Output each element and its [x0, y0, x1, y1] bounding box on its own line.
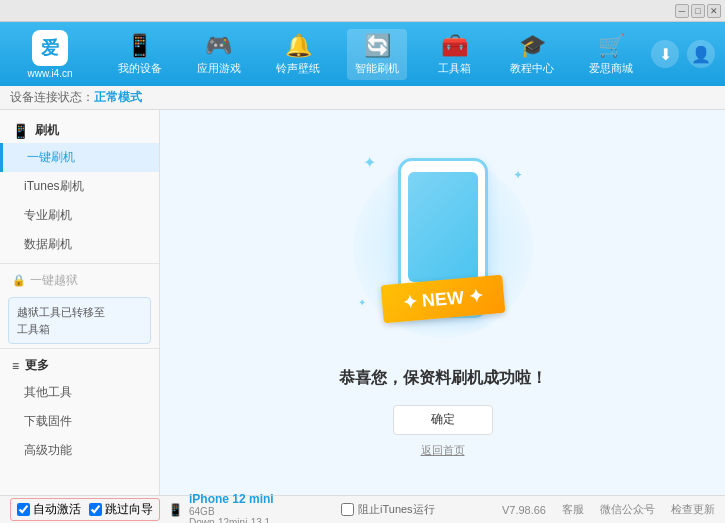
sparkle-2: ✦ [513, 168, 523, 182]
skip-wizard-label: 跳过向导 [105, 501, 153, 518]
header: 爱 www.i4.cn 📱 我的设备 🎮 应用游戏 🔔 铃声壁纸 🔄 智能刷机 … [0, 22, 725, 86]
wechat-link[interactable]: 微信公众号 [600, 502, 655, 517]
sidebar-item-advanced[interactable]: 高级功能 [0, 436, 159, 465]
nav-tutorial[interactable]: 🎓 教程中心 [502, 29, 562, 80]
status-bar: 设备连接状态： 正常模式 [0, 86, 725, 110]
pro-flash-label: 专业刷机 [24, 208, 72, 222]
mall-icon: 🛒 [598, 33, 625, 59]
header-right: ⬇ 👤 [651, 40, 715, 68]
sidebar-more-title-text: 更多 [25, 357, 49, 374]
sidebar-divider-2 [0, 348, 159, 349]
sidebar-flash-section[interactable]: 📱 刷机 [0, 118, 159, 143]
advanced-label: 高级功能 [24, 443, 72, 457]
sidebar-item-one-click-flash[interactable]: 一键刷机 [0, 143, 159, 172]
stop-itunes[interactable]: 阻止iTunes运行 [341, 502, 435, 517]
update-link[interactable]: 检查更新 [671, 502, 715, 517]
sidebar-item-download-firmware[interactable]: 下载固件 [0, 407, 159, 436]
version-text: V7.98.66 [502, 504, 546, 516]
nav-ringtone-label: 铃声壁纸 [276, 61, 320, 76]
footer-device: 📱 iPhone 12 mini 64GB Down-12mini-13.1 [168, 492, 274, 524]
sidebar-jailbreak-locked: 🔒 一键越狱 [0, 268, 159, 293]
stop-itunes-label: 阻止iTunes运行 [358, 502, 435, 517]
nav-ringtone[interactable]: 🔔 铃声壁纸 [268, 29, 328, 80]
footer-left: 自动激活 跳过向导 📱 iPhone 12 mini 64GB Down-12m… [10, 492, 274, 524]
title-bar: ─ □ ✕ [0, 0, 725, 22]
window-controls: ─ □ ✕ [675, 4, 721, 18]
auto-connect-input[interactable] [17, 503, 30, 516]
auto-connect-label: 自动激活 [33, 501, 81, 518]
skip-wizard-input[interactable] [89, 503, 102, 516]
nav-mall-label: 爱思商城 [589, 61, 633, 76]
sidebar-item-other-tools[interactable]: 其他工具 [0, 378, 159, 407]
nav-toolbox[interactable]: 🧰 工具箱 [427, 29, 483, 80]
lock-icon: 🔒 [12, 274, 26, 287]
sidebar-flash-title: 刷机 [35, 122, 59, 139]
phone-screen [408, 172, 478, 282]
smart-flash-icon: 🔄 [364, 33, 391, 59]
sidebar-item-itunes-flash[interactable]: iTunes刷机 [0, 172, 159, 201]
nav-smart-flash-label: 智能刷机 [355, 61, 399, 76]
tutorial-icon: 🎓 [519, 33, 546, 59]
close-button[interactable]: ✕ [707, 4, 721, 18]
logo[interactable]: 爱 www.i4.cn [10, 30, 90, 79]
user-button[interactable]: 👤 [687, 40, 715, 68]
device-icon: 📱 [168, 503, 183, 517]
content-area: ✦ ✦ ✦ NEW 恭喜您，保资料刷机成功啦！ 确定 返回首页 [160, 110, 725, 495]
nav-tutorial-label: 教程中心 [510, 61, 554, 76]
ringtone-icon: 🔔 [285, 33, 312, 59]
itunes-flash-label: iTunes刷机 [24, 179, 84, 193]
more-section-icon: ≡ [12, 359, 19, 373]
status-prefix: 设备连接状态： [10, 89, 94, 106]
apps-icon: 🎮 [205, 33, 232, 59]
footer-right: V7.98.66 客服 微信公众号 检查更新 [502, 502, 715, 517]
logo-url: www.i4.cn [27, 68, 72, 79]
status-value: 正常模式 [94, 89, 142, 106]
nav-my-device-label: 我的设备 [118, 61, 162, 76]
maximize-button[interactable]: □ [691, 4, 705, 18]
nav-my-device[interactable]: 📱 我的设备 [110, 29, 170, 80]
jailbreak-info-text: 越狱工具已转移至工具箱 [17, 306, 105, 335]
device-firmware: Down-12mini-13.1 [189, 517, 274, 524]
sparkle-1: ✦ [363, 153, 376, 172]
sidebar-divider-1 [0, 263, 159, 264]
data-flash-label: 数据刷机 [24, 237, 72, 251]
nav-toolbox-label: 工具箱 [438, 61, 471, 76]
minimize-button[interactable]: ─ [675, 4, 689, 18]
other-tools-label: 其他工具 [24, 385, 72, 399]
nav-apps-label: 应用游戏 [197, 61, 241, 76]
device-storage: 64GB [189, 506, 274, 517]
sidebar: 📱 刷机 一键刷机 iTunes刷机 专业刷机 数据刷机 🔒 一键越狱 越狱工具… [0, 110, 160, 495]
stop-itunes-checkbox[interactable] [341, 503, 354, 516]
nav-smart-flash[interactable]: 🔄 智能刷机 [347, 29, 407, 80]
main-layout: 📱 刷机 一键刷机 iTunes刷机 专业刷机 数据刷机 🔒 一键越狱 越狱工具… [0, 110, 725, 495]
sidebar-more-section[interactable]: ≡ 更多 [0, 353, 159, 378]
one-click-flash-label: 一键刷机 [27, 150, 75, 164]
footer: 自动激活 跳过向导 📱 iPhone 12 mini 64GB Down-12m… [0, 495, 725, 523]
download-firmware-label: 下载固件 [24, 414, 72, 428]
logo-icon: 爱 [32, 30, 68, 66]
download-button[interactable]: ⬇ [651, 40, 679, 68]
confirm-button[interactable]: 确定 [393, 405, 493, 435]
support-link[interactable]: 客服 [562, 502, 584, 517]
success-text: 恭喜您，保资料刷机成功啦！ [339, 368, 547, 389]
back-link[interactable]: 返回首页 [421, 443, 465, 458]
nav-bar: 📱 我的设备 🎮 应用游戏 🔔 铃声壁纸 🔄 智能刷机 🧰 工具箱 🎓 教程中心… [100, 29, 651, 80]
skip-wizard-checkbox[interactable]: 跳过向导 [89, 501, 153, 518]
sidebar-item-pro-flash[interactable]: 专业刷机 [0, 201, 159, 230]
auto-connect-checkbox[interactable]: 自动激活 [17, 501, 81, 518]
sparkle-3: ✦ [358, 297, 366, 308]
device-name: iPhone 12 mini [189, 492, 274, 506]
nav-apps[interactable]: 🎮 应用游戏 [189, 29, 249, 80]
my-device-icon: 📱 [126, 33, 153, 59]
success-illustration: ✦ ✦ ✦ NEW [353, 148, 533, 348]
nav-mall[interactable]: 🛒 爱思商城 [581, 29, 641, 80]
device-info: iPhone 12 mini 64GB Down-12mini-13.1 [189, 492, 274, 524]
toolbox-icon: 🧰 [441, 33, 468, 59]
jailbreak-label: 一键越狱 [30, 272, 78, 289]
flash-section-icon: 📱 [12, 123, 29, 139]
sidebar-item-data-flash[interactable]: 数据刷机 [0, 230, 159, 259]
sidebar-jailbreak-info: 越狱工具已转移至工具箱 [8, 297, 151, 344]
